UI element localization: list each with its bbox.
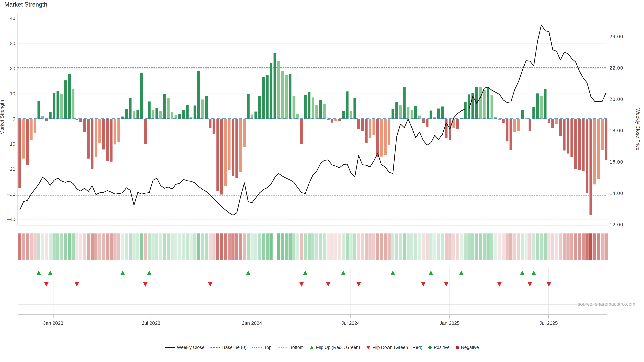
strength-bar — [597, 119, 600, 179]
strength-bar — [136, 110, 139, 119]
heatmap-cell — [586, 233, 589, 260]
triangle-up-icon — [310, 346, 314, 350]
strength-bar — [392, 109, 394, 119]
flip-down-marker — [356, 282, 361, 287]
source-attribution: source: sharemaestro.com — [578, 301, 635, 307]
x-axis-tick-label: Jan 2023 — [43, 321, 63, 326]
legend-item-positive[interactable]: Positive — [428, 345, 450, 350]
heatmap-cell — [75, 233, 78, 260]
strength-bar — [354, 98, 356, 119]
strength-bar — [102, 119, 105, 149]
weekly-close-swatch-icon — [165, 347, 175, 348]
heatmap-cell — [566, 233, 570, 260]
heatmap-cell — [243, 233, 246, 260]
strength-bar — [167, 98, 170, 119]
strength-bar — [552, 119, 554, 128]
legend-item-baseline[interactable]: Baseline (0) — [210, 345, 246, 350]
strength-bar — [521, 110, 524, 119]
legend-item-top[interactable]: Top — [252, 345, 272, 350]
heatmap-cell — [285, 233, 288, 260]
strength-bar — [106, 119, 109, 161]
legend-item-label: Weekly Close — [177, 345, 204, 350]
left-axis-tick-label: 30 — [10, 41, 15, 46]
heatmap-cell — [273, 233, 276, 260]
strength-bar — [357, 119, 360, 129]
heatmap-cell — [372, 233, 376, 260]
heatmap-cell — [479, 233, 482, 260]
strength-bar — [308, 92, 310, 119]
flip-down-marker — [421, 282, 426, 287]
strength-bar — [144, 119, 147, 144]
heatmap-cell — [98, 233, 101, 260]
heatmap-cell — [353, 233, 356, 260]
legend-item-weekly-close[interactable]: Weekly Close — [165, 345, 204, 350]
heatmap-cell — [205, 233, 208, 260]
flip-up-markers — [36, 271, 536, 275]
legend-item-flip-up[interactable]: Flip Up (Red→Green) — [310, 345, 360, 350]
heatmap-cell — [49, 233, 52, 260]
flip-down-marker — [528, 282, 532, 287]
strength-bar — [18, 119, 21, 188]
strength-bar — [323, 104, 326, 119]
strength-bar — [395, 102, 398, 119]
strength-bar — [53, 93, 55, 119]
x-axis-tick-label: Jan 2024 — [242, 321, 262, 326]
heatmap-cell — [300, 233, 303, 260]
heatmap-cell — [102, 233, 105, 260]
heatmap-cell — [334, 233, 338, 260]
heatmap-cell — [262, 233, 265, 260]
legend-item-flip-down[interactable]: Flip Down (Green→Red) — [366, 345, 422, 350]
legend-item-bottom[interactable]: Bottom — [278, 345, 304, 350]
strength-bar — [213, 119, 215, 134]
legend-item-negative[interactable]: Negative — [456, 345, 479, 350]
heatmap-cell — [288, 233, 292, 260]
strength-bar — [410, 110, 413, 119]
heatmap-cell — [174, 233, 178, 260]
heatmap-cell — [582, 233, 585, 260]
heatmap-cell — [201, 233, 204, 260]
heatmap-cell — [570, 233, 574, 260]
strength-bar — [285, 75, 288, 119]
heatmap-cell — [483, 233, 486, 260]
heatmap-cell — [106, 233, 109, 260]
strength-bar — [236, 119, 238, 178]
strength-bar — [342, 111, 345, 119]
strength-bar — [536, 93, 539, 119]
heatmap-cell — [468, 233, 470, 260]
flip-down-marker — [75, 282, 79, 287]
strength-bar — [563, 119, 566, 150]
heatmap-cell — [64, 233, 67, 260]
strength-bar — [34, 119, 36, 133]
strength-bar — [422, 119, 425, 123]
heatmap-cell — [494, 233, 497, 260]
heatmap-cell — [471, 233, 474, 260]
heatmap-cell — [170, 233, 174, 260]
strength-bar — [68, 73, 70, 119]
heatmap-cell — [326, 233, 330, 260]
heatmap-cell — [315, 233, 318, 260]
strength-bar — [368, 119, 371, 138]
flip-up-marker — [36, 271, 41, 275]
x-axis-tick-label: Jan 2025 — [440, 321, 460, 326]
heatmap-cell — [524, 233, 528, 260]
heatmap-cell — [517, 233, 520, 260]
heatmap-cell — [228, 233, 231, 260]
strength-bar — [316, 105, 318, 119]
heatmap-cell — [90, 233, 94, 260]
strength-bar — [254, 112, 257, 119]
heatmap-cell — [357, 233, 360, 260]
right-axis-tick-label: 24.00 — [610, 34, 623, 39]
strength-bar — [49, 112, 52, 119]
strength-bar — [567, 119, 569, 153]
heatmap-cell — [350, 233, 353, 260]
left-axis-tick-label: 10 — [10, 91, 15, 96]
strength-bar — [198, 71, 200, 119]
circle-icon — [428, 346, 432, 349]
heatmap-cell — [490, 233, 494, 260]
heatmap-cell — [190, 233, 193, 260]
right-axis-tick-label: 16.00 — [610, 159, 623, 165]
strength-bar — [220, 119, 223, 195]
heatmap-cell — [94, 233, 98, 260]
strength-bar — [590, 119, 592, 215]
heatmap-cell — [136, 233, 139, 260]
